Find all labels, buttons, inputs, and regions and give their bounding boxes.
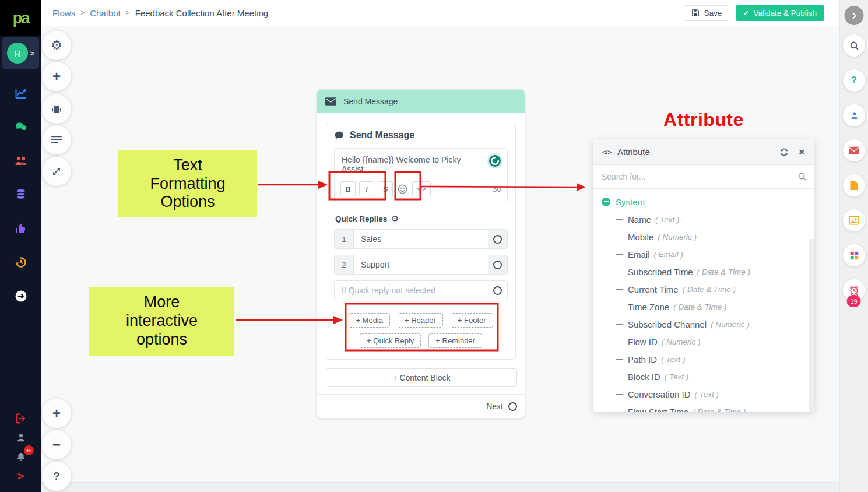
node-footer: Next bbox=[317, 394, 525, 418]
team-users-icon[interactable] bbox=[14, 154, 28, 168]
add-reminder-button[interactable]: + Reminder bbox=[428, 333, 482, 348]
mail-envelope-icon bbox=[849, 146, 859, 154]
attribute-item-block-id[interactable]: Block ID( Text ) bbox=[616, 368, 814, 385]
apps-grid-button[interactable] bbox=[843, 244, 865, 266]
help-button[interactable]: ? bbox=[42, 462, 71, 491]
system-group-label: System bbox=[616, 197, 645, 207]
person-icon bbox=[849, 111, 859, 121]
flow-settings-button[interactable]: ⚙ bbox=[42, 31, 71, 60]
database-stack-icon[interactable] bbox=[14, 188, 28, 202]
history-restore-icon[interactable] bbox=[14, 255, 28, 269]
scrollbar-track[interactable] bbox=[809, 239, 814, 412]
search-button[interactable] bbox=[843, 34, 865, 57]
document-file-icon bbox=[849, 180, 859, 191]
attribute-search-input[interactable] bbox=[593, 165, 814, 188]
strikethrough-button[interactable]: S bbox=[378, 181, 393, 196]
collapse-arrow-button[interactable] bbox=[845, 6, 864, 25]
notification-badge: 9+ bbox=[24, 445, 34, 455]
refresh-icon[interactable] bbox=[779, 147, 789, 157]
bell-notifications-icon[interactable]: 9+ bbox=[15, 451, 27, 463]
breadcrumb-chatbot[interactable]: Chatbot bbox=[90, 8, 121, 18]
quick-reply-index: 1 bbox=[335, 230, 354, 248]
close-icon[interactable]: × bbox=[799, 146, 805, 157]
save-button[interactable]: Save bbox=[684, 5, 729, 21]
bold-button[interactable]: B bbox=[340, 181, 356, 196]
add-media-button[interactable]: + Media bbox=[349, 313, 390, 328]
attribute-item-conversation-id[interactable]: Conversation ID( Text ) bbox=[616, 385, 814, 403]
add-quick-reply-button[interactable]: + Quick Reply bbox=[360, 333, 421, 348]
media-gallery-button[interactable] bbox=[843, 209, 865, 231]
attribute-item-subscribed-channel[interactable]: Subscribed Channel( Numeric ) bbox=[616, 315, 814, 333]
user-avatar-menu[interactable]: R > bbox=[2, 37, 39, 69]
attribute-item-email[interactable]: Email( Email ) bbox=[616, 245, 814, 263]
add-content-block-button[interactable]: + Content Block bbox=[326, 368, 517, 387]
next-connector-handle[interactable] bbox=[508, 402, 517, 411]
system-group-toggle[interactable]: System bbox=[602, 193, 814, 210]
node-header[interactable]: Send Message bbox=[317, 90, 525, 113]
connector-handle[interactable] bbox=[493, 235, 502, 244]
annotation-arrow-2 bbox=[577, 183, 586, 191]
emoji-icon[interactable] bbox=[398, 184, 407, 194]
help-circle-button[interactable]: ? bbox=[843, 69, 865, 92]
quick-reply-input[interactable] bbox=[354, 230, 488, 248]
chevron-expand-icon[interactable]: > bbox=[15, 470, 27, 483]
italic-button[interactable]: I bbox=[359, 181, 374, 196]
chat-bubbles-icon[interactable] bbox=[14, 120, 28, 134]
connector-handle[interactable] bbox=[493, 286, 502, 295]
list-lines-icon bbox=[50, 133, 63, 146]
breadcrumb-flows[interactable]: Flows bbox=[52, 8, 75, 18]
list-view-button[interactable] bbox=[42, 125, 71, 154]
annotation-more-options: More interactive options bbox=[89, 287, 234, 356]
quick-reply-index: 2 bbox=[335, 255, 354, 274]
search-icon bbox=[797, 172, 807, 184]
attribute-item-time-zone[interactable]: Time Zone( Date & Time ) bbox=[616, 298, 814, 315]
message-text-input[interactable]: Hello {{name}} Welcome to Picky Assist bbox=[335, 149, 507, 179]
check-icon: ✔ bbox=[743, 9, 748, 17]
envelope-icon bbox=[325, 97, 336, 106]
attribute-item-name[interactable]: Name( Text ) bbox=[616, 210, 814, 228]
picky-assist-logo[interactable]: pa bbox=[0, 0, 41, 36]
quick-replies-settings-gear-icon[interactable]: ⚙ bbox=[391, 214, 399, 223]
interactive-options: + Media + Header + Footer + Quick Reply … bbox=[334, 313, 508, 352]
apps-grid-icon bbox=[849, 251, 859, 261]
test-bot-button[interactable] bbox=[42, 94, 71, 124]
contacts-button[interactable] bbox=[843, 104, 865, 126]
settings-gears-icon: ⚙ bbox=[51, 38, 62, 53]
validate-publish-button[interactable]: ✔ Validate & Publish bbox=[736, 5, 824, 21]
quick-reply-row: 2 bbox=[334, 255, 508, 275]
android-bot-icon bbox=[50, 103, 63, 115]
quick-replies-label: Quick Replies bbox=[335, 215, 387, 223]
attribute-item-current-time[interactable]: Current Time( Date & Time ) bbox=[616, 280, 814, 298]
analytics-chart-icon[interactable] bbox=[14, 86, 28, 100]
inbox-mail-button[interactable] bbox=[843, 139, 865, 161]
attribute-item-mobile[interactable]: Mobile( Numeric ) bbox=[616, 228, 814, 245]
quick-reply-input[interactable] bbox=[354, 255, 488, 274]
connector-handle[interactable] bbox=[493, 261, 502, 269]
hand-like-icon[interactable] bbox=[14, 222, 28, 236]
attribute-item-path-id[interactable]: Path ID( Text ) bbox=[616, 350, 814, 368]
add-header-button[interactable]: + Header bbox=[398, 313, 443, 328]
documents-button[interactable] bbox=[843, 174, 865, 196]
attribute-item-flow-id[interactable]: Flow ID( Numeric ) bbox=[616, 333, 814, 350]
add-footer-button[interactable]: + Footer bbox=[451, 313, 493, 328]
add-block-button[interactable]: + bbox=[42, 62, 71, 91]
arrow-circle-icon[interactable] bbox=[14, 289, 28, 303]
attribute-item-flow-start-time[interactable]: Flow Start Time( Date & Time ) bbox=[616, 403, 814, 412]
logout-icon[interactable] bbox=[15, 412, 27, 425]
fallback-input[interactable] bbox=[335, 286, 488, 295]
zoom-in-button[interactable]: + bbox=[42, 399, 71, 428]
chat-bubble-icon bbox=[334, 131, 345, 140]
sync-refresh-icon[interactable] bbox=[487, 153, 503, 171]
message-editor-card: Send Message Hello {{name}} Welcome to P… bbox=[326, 122, 516, 360]
attribute-item-subscribed-time[interactable]: Subscribed Time( Date & Time ) bbox=[616, 263, 814, 280]
zoom-out-button[interactable]: − bbox=[42, 430, 71, 459]
code-icon: </> bbox=[602, 149, 612, 156]
question-icon: ? bbox=[851, 75, 857, 86]
fit-expand-button[interactable] bbox=[42, 157, 71, 186]
send-message-node[interactable]: Send Message Send Message Hello {{name}}… bbox=[317, 89, 525, 419]
breadcrumb-separator: > bbox=[126, 9, 130, 17]
attribute-code-button[interactable]: </> bbox=[412, 181, 431, 196]
page-title: Feedback Collection After Meeting bbox=[135, 8, 268, 18]
canvas-bottom-strip bbox=[41, 482, 839, 492]
person-icon[interactable] bbox=[15, 431, 27, 444]
